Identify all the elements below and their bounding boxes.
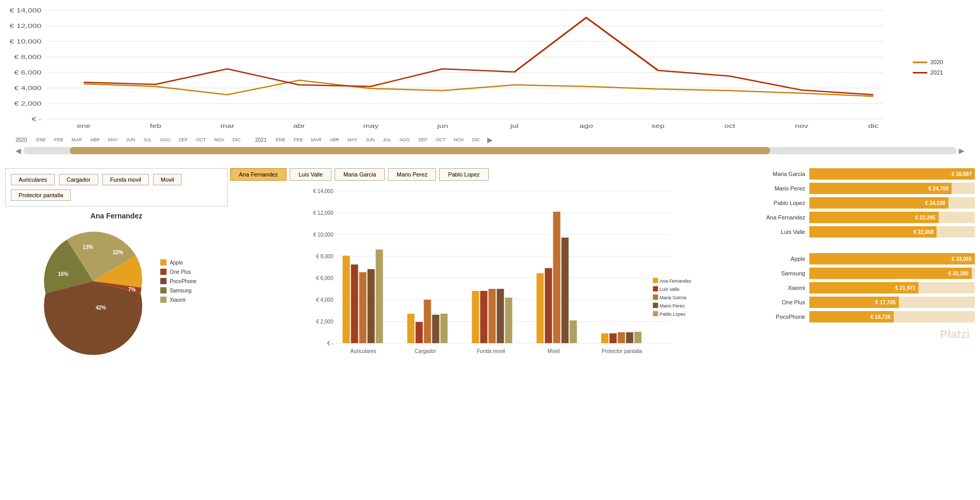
hbar-pocophone-track: € 16,726 <box>809 311 975 322</box>
pie-legend-oneplus: One Plus <box>160 269 197 275</box>
svg-rect-62 <box>653 311 658 316</box>
filter-cargador[interactable]: Cargador <box>59 174 98 185</box>
hbar-luis: Luis Valle € 22,068 <box>758 226 975 238</box>
hbar-apple-track: € 33,065 <box>809 253 975 264</box>
svg-text:nov: nov <box>795 123 808 129</box>
svg-text:€ 4,000: € 4,000 <box>14 85 41 91</box>
filter-protector[interactable]: Protector pantalla <box>11 189 71 201</box>
svg-text:€ 6,000: € 6,000 <box>316 275 334 281</box>
hbar-apple-fill: € 33,065 <box>809 253 975 264</box>
svg-text:jun: jun <box>436 123 448 129</box>
hbar-pablo-fill: € 24,108 <box>809 197 948 209</box>
scroll-right-btn[interactable]: ▶ <box>487 136 493 144</box>
hbar-samsung: Samsung € 32,399 <box>758 268 975 279</box>
svg-text:€ -: € - <box>327 341 334 346</box>
pie-legend-xiaomi: Xiaomi <box>160 297 197 303</box>
svg-text:may: may <box>363 123 379 129</box>
hbar-oneplus-fill: € 17,705 <box>809 297 899 308</box>
svg-rect-58 <box>653 295 658 300</box>
bar <box>635 332 642 343</box>
tab-maria[interactable]: Maria Garcia <box>335 168 385 181</box>
tab-pablo[interactable]: Pablo Lopez <box>439 168 488 181</box>
filter-funda-movil[interactable]: Funda movil <box>102 174 149 185</box>
filter-auriculares[interactable]: Auriculares <box>11 174 55 185</box>
line-chart-area: € 14,000 € 12,000 € 10,000 € 8,000 € 6,0… <box>10 5 908 129</box>
svg-text:ago: ago <box>579 123 593 129</box>
svg-text:€ 6,000: € 6,000 <box>14 70 41 76</box>
bar <box>562 238 569 343</box>
bar <box>489 289 496 343</box>
hbar-samsung-track: € 32,399 <box>809 268 975 279</box>
tab-mario[interactable]: Mario Perez <box>388 168 436 181</box>
month-label: ENE <box>32 137 50 142</box>
svg-text:€ 12,000: € 12,000 <box>313 210 334 216</box>
svg-text:€ 8,000: € 8,000 <box>316 254 334 259</box>
scrollbar-thumb[interactable] <box>70 147 770 154</box>
svg-text:€ 12,000: € 12,000 <box>10 23 41 29</box>
tab-ana[interactable]: Ana Fernandez <box>230 168 287 181</box>
bar <box>368 269 375 343</box>
svg-text:16%: 16% <box>58 271 68 277</box>
hbar-pocophone-fill: € 16,726 <box>809 311 894 322</box>
svg-text:Ana Fernandez: Ana Fernandez <box>660 278 692 284</box>
bar <box>497 289 504 343</box>
pie-title: Ana Fernandez <box>5 212 228 220</box>
left-panel: Auriculares Cargador Funda movil Movil P… <box>5 168 228 381</box>
svg-text:Auriculares: Auriculares <box>350 348 376 354</box>
svg-text:ene: ene <box>77 123 91 129</box>
oneplus-swatch <box>160 269 167 275</box>
legend-item-2020: 2020 <box>913 59 964 65</box>
bar <box>545 268 552 343</box>
hbar-maria: Maria Garcia € 28,687 <box>758 168 975 180</box>
bar <box>610 333 617 343</box>
bar-chart-area: € 14,000 € 12,000 € 10,000 € 8,000 € 6,0… <box>230 185 755 381</box>
svg-text:Protector pantalla: Protector pantalla <box>601 348 642 354</box>
svg-text:42%: 42% <box>96 305 106 311</box>
year-2020-label: 2020 <box>16 137 27 143</box>
scrollbar-track[interactable] <box>23 147 957 154</box>
bar <box>570 320 577 343</box>
pie-chart-svg: 22% 7% 42% 16% 13% <box>36 224 150 338</box>
scroll-left-btn[interactable]: ◀ <box>16 146 21 155</box>
filter-movil[interactable]: Movil <box>153 174 182 185</box>
hbar-pablo-label: Pablo Lopez <box>758 200 809 206</box>
hbar-ana-fill: € 22,295 <box>809 212 939 223</box>
svg-text:Mario Perez: Mario Perez <box>660 303 685 308</box>
hbar-xiaomi-track: € 21,971 <box>809 282 975 293</box>
svg-rect-56 <box>653 286 658 291</box>
bar <box>472 291 479 343</box>
svg-text:22%: 22% <box>113 249 123 255</box>
watermark-text: Platzi <box>940 328 970 341</box>
svg-text:13%: 13% <box>83 244 93 250</box>
line-chart-section: € 14,000 € 12,000 € 10,000 € 8,000 € 6,0… <box>0 0 980 135</box>
svg-text:€ 8,000: € 8,000 <box>14 54 41 60</box>
brands-bars-section: Apple € 33,065 Samsung € 32,399 Xiaomi €… <box>758 253 975 326</box>
apple-swatch <box>160 259 167 266</box>
hbar-oneplus-track: € 17,705 <box>809 297 975 308</box>
bar <box>376 249 383 343</box>
bar <box>416 322 423 343</box>
hbar-ana-track: € 22,295 <box>809 212 975 223</box>
hbar-luis-label: Luis Valle <box>758 229 809 235</box>
dashboard: € 14,000 € 12,000 € 10,000 € 8,000 € 6,0… <box>0 0 980 384</box>
svg-text:Pablo Lopez: Pablo Lopez <box>660 312 686 317</box>
hbar-ana: Ana Fernandez € 22,295 <box>758 212 975 223</box>
line-chart-legend: 2020 2021 <box>908 5 970 129</box>
bar <box>432 315 440 343</box>
pie-legend-samsung: Samsung <box>160 287 197 293</box>
year-2021-label: 2021 <box>255 137 266 143</box>
svg-text:Cargador: Cargador <box>415 348 436 354</box>
bar <box>441 314 448 343</box>
hbar-oneplus-label: One Plus <box>758 299 809 305</box>
svg-rect-60 <box>653 303 658 308</box>
svg-text:Luis Valle: Luis Valle <box>660 287 680 292</box>
pie-legend-apple: Apple <box>160 259 197 266</box>
tab-luis[interactable]: Luis Valle <box>290 168 331 181</box>
xiaomi-label: Xiaomi <box>170 297 186 303</box>
middle-panel: Ana Fernandez Luis Valle Maria Garcia Ma… <box>230 168 755 381</box>
svg-text:7%: 7% <box>128 287 136 292</box>
svg-text:Maria Garcia: Maria Garcia <box>660 295 687 300</box>
hbar-maria-track: € 28,687 <box>809 168 975 180</box>
scroll-right-btn2[interactable]: ▶ <box>959 146 964 155</box>
svg-text:€ 10,000: € 10,000 <box>10 39 41 45</box>
